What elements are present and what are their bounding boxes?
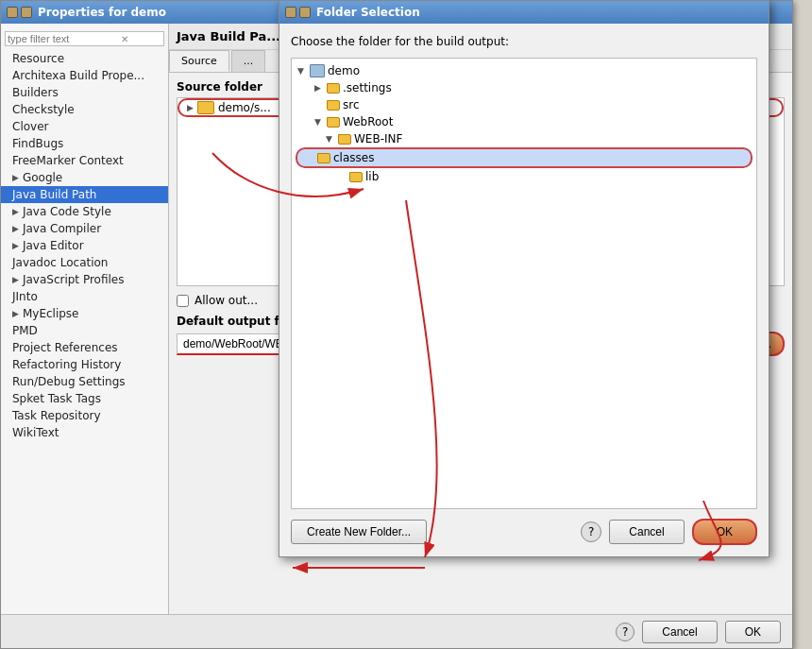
tree-label-classes: classes	[333, 151, 374, 164]
java-editor-expand-icon: ▶	[12, 241, 19, 250]
main-title: Properties for demo	[38, 6, 166, 19]
builders-label: Builders	[12, 86, 59, 99]
dialog-instruction: Choose the folder for the build output:	[291, 35, 757, 48]
allow-output-checkbox[interactable]	[177, 295, 189, 307]
sidebar-item-java-compiler[interactable]: ▶ Java Compiler	[1, 220, 168, 237]
tree-label-settings: .settings	[343, 81, 392, 94]
dialog-ok-button[interactable]: OK	[692, 519, 757, 545]
javadoc-label: Javadoc Location	[12, 256, 108, 269]
dialog-buttons: Create New Folder... ? Cancel OK	[291, 519, 757, 545]
findbugs-label: FindBugs	[12, 137, 63, 150]
javascript-expand-icon: ▶	[12, 275, 19, 284]
tab-source[interactable]: Source	[169, 50, 229, 72]
resource-label: Resource	[12, 52, 64, 65]
sidebar-item-java-build-path[interactable]: Java Build Path	[1, 186, 168, 203]
sidebar-item-java-code-style[interactable]: ▶ Java Code Style	[1, 203, 168, 220]
sidebar-item-myeclipse[interactable]: ▶ MyEclipse	[1, 305, 168, 322]
create-folder-button[interactable]: Create New Folder...	[291, 520, 427, 544]
sidebar-item-freemarker[interactable]: FreeMarker Context	[1, 152, 168, 169]
tree-item-src[interactable]: ▶ src	[296, 96, 753, 113]
demo-expand-icon: ▼	[297, 66, 307, 76]
sidebar-item-wikitext[interactable]: WikiText	[1, 424, 168, 441]
close-button[interactable]	[7, 7, 18, 18]
webroot-expand-icon: ▼	[314, 117, 324, 127]
java-editor-label: Java Editor	[23, 239, 84, 252]
settings-expand-icon: ▶	[314, 83, 324, 93]
titlebar-controls	[7, 7, 32, 18]
dialog-close-button[interactable]	[285, 7, 296, 18]
javascript-label: JavaScript Profiles	[23, 273, 125, 286]
java-folder-icon	[197, 101, 214, 114]
tree-label-src: src	[343, 98, 360, 111]
sidebar-item-jinto[interactable]: JInto	[1, 288, 168, 305]
sidebar-item-refactoring[interactable]: Refactoring History	[1, 356, 168, 373]
webinf-folder-icon	[338, 134, 351, 145]
folder-selection-dialog: Folder Selection Choose the folder for t…	[279, 0, 770, 557]
webinf-expand-icon: ▼	[326, 134, 335, 144]
cancel-button[interactable]: Cancel	[642, 621, 717, 643]
dialog-tree: ▼ demo ▶ .settings ▶ src ▼ WebRoot	[291, 58, 757, 509]
tree-item-settings[interactable]: ▶ .settings	[296, 79, 753, 96]
google-expand-icon: ▶	[12, 173, 19, 182]
sidebar-item-javadoc[interactable]: Javadoc Location	[1, 254, 168, 271]
dialog-help-icon[interactable]: ?	[581, 521, 601, 542]
sidebar-filter-input[interactable]	[8, 33, 121, 44]
sidebar-item-javascript[interactable]: ▶ JavaScript Profiles	[1, 271, 168, 288]
sidebar-item-findbugs[interactable]: FindBugs	[1, 135, 168, 152]
panel-title: Java Build Pa...	[177, 29, 280, 43]
dialog-title: Folder Selection	[316, 6, 420, 19]
tree-label-webinf: WEB-INF	[354, 132, 402, 145]
dialog-cancel-button[interactable]: Cancel	[609, 520, 684, 544]
sidebar-item-builders[interactable]: Builders	[1, 84, 168, 101]
dialog-min-button[interactable]	[299, 7, 311, 18]
sidebar-item-architexa[interactable]: Architexa Build Prope...	[1, 67, 168, 84]
sidebar-item-resource[interactable]: Resource	[1, 50, 168, 67]
tree-item-webroot[interactable]: ▼ WebRoot	[296, 113, 753, 130]
src-folder-icon	[327, 100, 340, 111]
java-build-path-label: Java Build Path	[12, 188, 96, 201]
sidebar-item-run-debug[interactable]: Run/Debug Settings	[1, 373, 168, 390]
tree-item-classes[interactable]: ▶ classes	[296, 147, 753, 168]
tree-item-lib[interactable]: ▶ lib	[296, 168, 753, 185]
minimize-button[interactable]	[21, 7, 32, 18]
filter-clear-icon[interactable]: ✕	[121, 34, 128, 44]
sidebar-item-google[interactable]: ▶ Google	[1, 169, 168, 186]
wikitext-label: WikiText	[12, 426, 59, 439]
dialog-controls	[285, 7, 311, 18]
tree-label-lib: lib	[365, 170, 379, 183]
project-icon	[310, 64, 325, 77]
java-compiler-label: Java Compiler	[23, 222, 101, 235]
allow-output-label: Allow out...	[195, 294, 258, 307]
sidebar: ✕ Resource Architexa Build Prope... Buil…	[1, 24, 169, 614]
classes-folder-icon	[317, 153, 330, 163]
java-compiler-expand-icon: ▶	[12, 224, 19, 233]
jinto-label: JInto	[12, 290, 38, 303]
sidebar-item-checkstyle[interactable]: Checkstyle	[1, 101, 168, 118]
tree-item-webinf[interactable]: ▼ WEB-INF	[296, 130, 753, 147]
tab-other[interactable]: ...	[231, 50, 266, 72]
project-references-label: Project References	[12, 341, 118, 354]
sidebar-item-spket[interactable]: Spket Task Tags	[1, 390, 168, 407]
checkstyle-label: Checkstyle	[12, 103, 75, 116]
sidebar-item-project-references[interactable]: Project References	[1, 339, 168, 356]
lib-folder-icon	[349, 172, 363, 182]
google-label: Google	[23, 171, 62, 184]
webroot-folder-icon	[327, 117, 340, 128]
sidebar-item-task-repository[interactable]: Task Repository	[1, 407, 168, 424]
sidebar-item-pmd[interactable]: PMD	[1, 322, 168, 339]
task-repository-label: Task Repository	[12, 409, 101, 422]
tree-item-demo[interactable]: ▼ demo	[296, 62, 753, 79]
sidebar-filter-container: ✕	[5, 31, 164, 46]
dialog-titlebar: Folder Selection	[279, 1, 769, 24]
help-icon[interactable]: ?	[616, 623, 634, 641]
architexa-label: Architexa Build Prope...	[12, 69, 144, 82]
ok-button[interactable]: OK	[725, 621, 781, 643]
java-code-style-label: Java Code Style	[23, 205, 111, 218]
source-item-label: demo/s...	[218, 101, 271, 114]
sidebar-item-clover[interactable]: Clover	[1, 118, 168, 135]
pmd-label: PMD	[12, 324, 38, 337]
sidebar-item-java-editor[interactable]: ▶ Java Editor	[1, 237, 168, 254]
settings-folder-icon	[327, 83, 340, 94]
clover-label: Clover	[12, 120, 48, 133]
freemarker-label: FreeMarker Context	[12, 154, 124, 167]
